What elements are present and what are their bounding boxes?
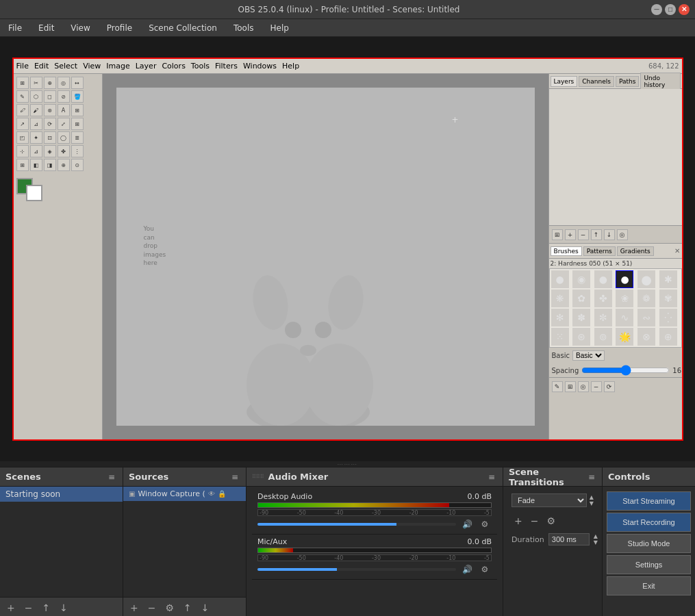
gimp-tool-15[interactable]: ⊞ <box>71 104 84 116</box>
gimp-tab-brushes[interactable]: Brushes <box>551 246 582 256</box>
settings-button[interactable]: Settings <box>607 555 691 574</box>
gimp-menu-file[interactable]: File <box>16 62 29 70</box>
gimp-menu-view[interactable]: View <box>83 62 101 70</box>
menu-edit[interactable]: Edit <box>36 22 57 34</box>
scenes-add-btn[interactable]: + <box>4 601 18 615</box>
gimp-menu-filters[interactable]: Filters <box>215 62 238 70</box>
gimp-layer-btn-6[interactable]: ◎ <box>617 229 628 240</box>
gimp-menu-colors[interactable]: Colors <box>162 62 185 70</box>
brush-4[interactable]: ● <box>616 270 633 288</box>
brush-22[interactable]: 🌟 <box>616 328 633 346</box>
gimp-tool-21[interactable]: ◰ <box>16 131 29 144</box>
duration-arrow-up[interactable]: ▲ <box>594 534 598 539</box>
brush-13[interactable]: ✻ <box>551 309 569 326</box>
gimp-basic-select[interactable]: Basic <box>572 350 605 361</box>
brush-3[interactable]: ● <box>594 270 612 288</box>
scenes-panel-icon[interactable]: ≡ <box>106 472 117 483</box>
gimp-tool-26[interactable]: ⊹ <box>16 145 29 157</box>
brush-14[interactable]: ✽ <box>572 309 590 326</box>
gimp-spacing-slider[interactable] <box>581 366 670 374</box>
menu-help[interactable]: Help <box>267 22 291 34</box>
gimp-menu-image[interactable]: Image <box>106 62 129 70</box>
transition-arrow-up[interactable]: ▲ <box>590 495 594 500</box>
brush-2[interactable]: ◉ <box>572 270 590 288</box>
brush-19[interactable]: ⁙ <box>551 328 569 346</box>
gimp-tool-20[interactable]: ⊞ <box>71 118 84 130</box>
sources-up-btn[interactable]: ↑ <box>181 601 194 615</box>
gimp-tool-16[interactable]: ↗ <box>16 118 29 130</box>
gimp-tool-6[interactable]: ✎ <box>16 90 29 103</box>
audio-mic-mute[interactable]: 🔊 <box>460 563 474 576</box>
maximize-button[interactable]: □ <box>665 4 676 15</box>
gimp-menu-help[interactable]: Help <box>282 62 299 70</box>
close-button[interactable]: ✕ <box>679 4 690 15</box>
gimp-tool-9[interactable]: ⊘ <box>58 90 70 103</box>
audio-desktop-volume[interactable] <box>257 523 456 526</box>
brush-8[interactable]: ✿ <box>572 290 590 307</box>
gimp-tool-34[interactable]: ⊕ <box>58 159 70 171</box>
gimp-panel-close[interactable]: ✕ <box>674 247 680 255</box>
gimp-tool-14[interactable]: A <box>58 104 70 116</box>
gimp-menu-windows[interactable]: Windows <box>243 62 277 70</box>
brush-9[interactable]: ✤ <box>594 290 612 307</box>
scenes-remove-btn[interactable]: − <box>22 601 36 615</box>
gimp-tool-19[interactable]: ⤢ <box>58 118 70 130</box>
brush-7[interactable]: ❋ <box>551 290 569 307</box>
menu-tools[interactable]: Tools <box>231 22 257 34</box>
brush-15[interactable]: ✼ <box>594 309 612 326</box>
source-eye-icon[interactable]: 👁 <box>208 490 215 498</box>
gimp-tool-31[interactable]: ⊞ <box>16 159 29 171</box>
source-item-window-capture[interactable]: ▣ Window Capture ( 👁 🔒 <box>123 487 246 501</box>
sources-remove-btn[interactable]: − <box>145 601 159 615</box>
gimp-tool-33[interactable]: ◨ <box>44 159 56 171</box>
brush-11[interactable]: ❁ <box>637 290 655 307</box>
gimp-brush-btn-2[interactable]: ⊞ <box>565 381 576 392</box>
gimp-brush-btn-4[interactable]: − <box>591 381 602 392</box>
panel-resize-handle[interactable]: ⋯⋯⋯ <box>0 461 695 467</box>
gimp-layer-btn-2[interactable]: + <box>565 229 576 240</box>
gimp-tab-paths[interactable]: Paths <box>616 76 639 87</box>
gimp-tab-channels[interactable]: Channels <box>579 76 614 87</box>
gimp-tool-12[interactable]: 🖌 <box>30 104 42 116</box>
audio-panel-icon[interactable]: ≡ <box>486 472 497 483</box>
menu-scene-collection[interactable]: Scene Collection <box>146 22 220 34</box>
brush-20[interactable]: ⊛ <box>572 328 590 346</box>
gimp-tool-4[interactable]: ◎ <box>58 77 70 89</box>
gimp-tool-17[interactable]: ⊿ <box>30 118 42 130</box>
brush-16[interactable]: ∿ <box>616 309 633 326</box>
audio-mic-settings[interactable]: ⚙ <box>478 563 492 576</box>
gimp-tool-13[interactable]: ⊛ <box>44 104 56 116</box>
gimp-brush-btn-1[interactable]: ✎ <box>552 381 563 392</box>
background-color[interactable] <box>26 185 42 201</box>
brush-12[interactable]: ✾ <box>659 290 677 307</box>
brush-6[interactable]: ✱ <box>659 270 677 288</box>
transition-arrow-down[interactable]: ▼ <box>590 501 594 506</box>
gimp-layer-btn-4[interactable]: ↑ <box>591 229 602 240</box>
gimp-tool-27[interactable]: ⊿ <box>30 145 42 157</box>
brush-10[interactable]: ❀ <box>616 290 633 307</box>
gimp-tool-28[interactable]: ◈ <box>44 145 56 157</box>
brush-24[interactable]: ⊕ <box>659 328 677 346</box>
gimp-tool-8[interactable]: ◻ <box>44 90 56 103</box>
gimp-tab-undo[interactable]: Undo history <box>640 73 680 90</box>
brush-5[interactable]: ● <box>637 270 655 288</box>
gimp-tool-11[interactable]: 🖊 <box>16 104 29 116</box>
gimp-tool-22[interactable]: ✦ <box>30 131 42 144</box>
transition-settings-btn[interactable]: ⚙ <box>544 514 558 528</box>
gimp-brush-btn-5[interactable]: ⟳ <box>604 381 615 392</box>
sources-add-btn[interactable]: + <box>127 601 141 615</box>
exit-button[interactable]: Exit <box>607 576 691 595</box>
brush-23[interactable]: ⊗ <box>637 328 655 346</box>
transition-select[interactable]: Fade Cut Swipe <box>511 493 587 507</box>
gimp-tool-5[interactable]: ↔ <box>71 77 84 89</box>
gimp-tab-gradients[interactable]: Gradients <box>617 246 654 256</box>
duration-arrow-down[interactable]: ▼ <box>594 540 598 546</box>
brush-1[interactable]: ● <box>551 270 569 288</box>
gimp-layer-btn-1[interactable]: ⊞ <box>552 229 563 240</box>
gimp-tool-30[interactable]: ⋮ <box>71 145 84 157</box>
gimp-menu-layer[interactable]: Layer <box>136 62 157 70</box>
transitions-panel-icon[interactable]: ≡ <box>587 472 596 483</box>
transition-add-btn[interactable]: + <box>511 514 525 528</box>
audio-mic-volume[interactable] <box>257 568 456 571</box>
gimp-menu-tools[interactable]: Tools <box>191 62 210 70</box>
